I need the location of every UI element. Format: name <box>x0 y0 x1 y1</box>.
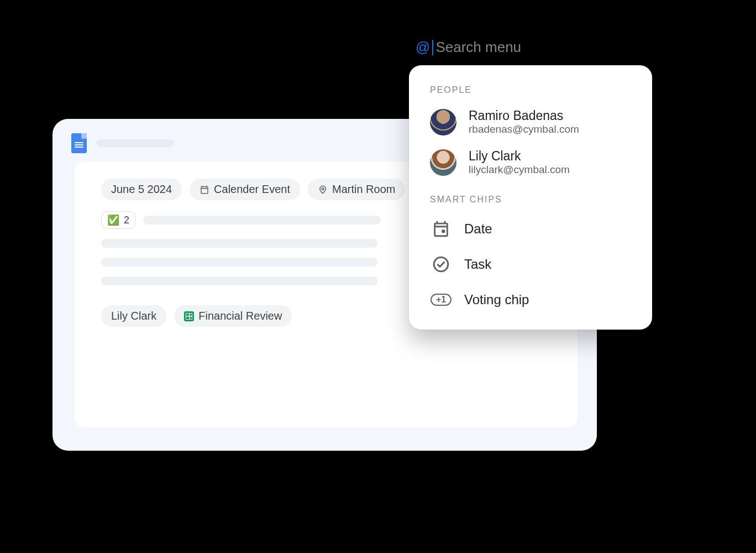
text-cursor <box>432 40 433 55</box>
smart-chip-voting[interactable]: +1 Voting chip <box>409 282 652 317</box>
smart-chips-section-label: SMART CHIPS <box>409 190 652 211</box>
document-title-placeholder <box>97 139 174 147</box>
person-email: rbadenas@cymbal.com <box>469 123 579 135</box>
person-name: Lily Clark <box>469 149 570 164</box>
person-mention-label: Lily Clark <box>111 310 156 322</box>
checkmark-icon: ✅ <box>107 214 119 226</box>
people-item-ramiro[interactable]: Ramiro Badenas rbadenas@cymbal.com <box>409 102 652 142</box>
location-pin-icon <box>318 185 328 195</box>
location-chip[interactable]: Martin Room <box>308 179 405 200</box>
smart-chip-date[interactable]: Date <box>409 211 652 247</box>
date-chip-label: June 5 2024 <box>111 183 172 196</box>
person-email: lilyclark@cymbal.com <box>469 164 570 176</box>
search-placeholder: Search menu <box>435 39 521 56</box>
file-mention-chip[interactable]: Financial Review <box>174 305 292 327</box>
people-item-lily[interactable]: Lily Clark lilyclark@cymbal.com <box>409 142 652 182</box>
at-symbol: @ <box>416 39 430 56</box>
file-mention-label: Financial Review <box>198 310 282 322</box>
calendar-event-label: Calender Event <box>214 183 290 196</box>
calendar-icon <box>200 185 209 195</box>
calendar-date-icon <box>430 218 452 240</box>
smart-chip-label: Voting chip <box>464 292 529 307</box>
vote-chip[interactable]: ✅ 2 <box>101 211 135 229</box>
text-placeholder <box>101 239 377 248</box>
avatar <box>430 109 456 135</box>
vote-count: 2 <box>124 215 129 226</box>
person-name: Ramiro Badenas <box>469 108 579 123</box>
svg-point-0 <box>322 187 324 190</box>
sheets-icon <box>184 311 194 321</box>
at-mention-trigger[interactable]: @ Search menu <box>416 39 521 56</box>
smart-chip-label: Date <box>464 221 492 237</box>
location-chip-label: Martin Room <box>332 183 395 196</box>
people-section-label: PEOPLE <box>409 81 652 102</box>
mention-menu: PEOPLE Ramiro Badenas rbadenas@cymbal.co… <box>409 65 652 330</box>
text-placeholder <box>101 258 377 267</box>
docs-logo-icon <box>71 133 87 153</box>
calendar-event-chip[interactable]: Calender Event <box>190 179 300 200</box>
text-placeholder <box>143 216 381 225</box>
date-chip[interactable]: June 5 2024 <box>101 179 182 200</box>
smart-chip-label: Task <box>464 257 491 272</box>
text-placeholder <box>101 276 377 285</box>
svg-point-1 <box>442 229 445 233</box>
task-check-icon <box>430 253 452 275</box>
avatar <box>430 149 456 176</box>
smart-chip-task[interactable]: Task <box>409 247 652 282</box>
plus-one-icon: +1 <box>430 289 452 311</box>
person-mention-chip[interactable]: Lily Clark <box>101 305 166 327</box>
